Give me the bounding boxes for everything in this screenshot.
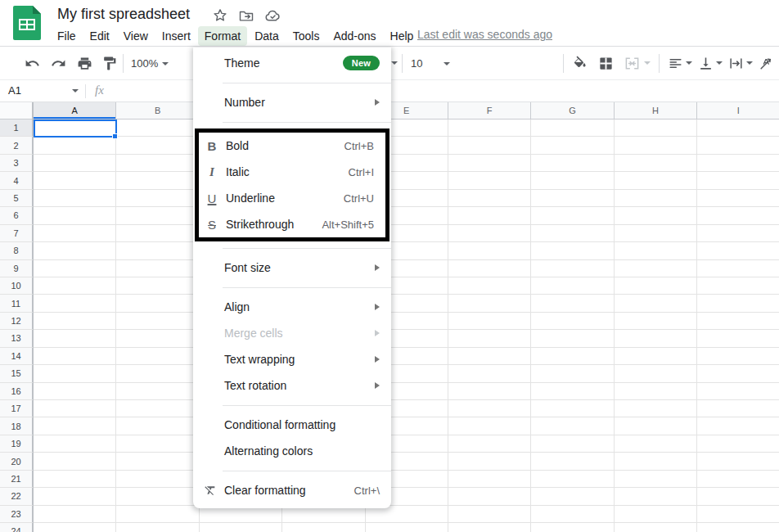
cell-h24[interactable] xyxy=(615,523,697,532)
text-wrapping-chevron-icon[interactable] xyxy=(746,61,753,65)
row-header-17[interactable]: 17 xyxy=(0,400,34,417)
row-header-9[interactable]: 9 xyxy=(0,260,34,277)
cell-b19[interactable] xyxy=(116,435,199,453)
cell-g6[interactable] xyxy=(531,207,614,224)
row-header-2[interactable]: 2 xyxy=(0,137,34,154)
cell-f17[interactable] xyxy=(448,400,531,417)
menu-item-alternating-colors[interactable]: Alternating colors xyxy=(193,438,391,464)
last-edit-status[interactable]: Last edit was seconds ago xyxy=(417,28,552,41)
row-header-24[interactable]: 24 xyxy=(0,523,34,532)
row-header-4[interactable]: 4 xyxy=(0,172,34,189)
cell-g9[interactable] xyxy=(531,260,614,277)
cell-g7[interactable] xyxy=(531,225,614,242)
row-header-22[interactable]: 22 xyxy=(0,488,34,505)
cell-b10[interactable] xyxy=(116,277,199,295)
cell-h9[interactable] xyxy=(615,260,697,277)
cell-g24[interactable] xyxy=(531,523,614,532)
cell-b23[interactable] xyxy=(116,506,199,523)
cell-f13[interactable] xyxy=(448,330,531,347)
cell-f3[interactable] xyxy=(448,155,531,172)
cell-a7[interactable] xyxy=(34,225,116,242)
cell-g10[interactable] xyxy=(531,277,614,295)
cell-b4[interactable] xyxy=(116,172,199,189)
row-header-10[interactable]: 10 xyxy=(0,277,34,295)
cell-a5[interactable] xyxy=(34,190,116,207)
cell-f18[interactable] xyxy=(448,417,531,435)
column-header-b[interactable]: B xyxy=(116,102,199,119)
menubar-item-view[interactable]: View xyxy=(117,26,155,46)
cell-g18[interactable] xyxy=(531,417,614,435)
row-header-13[interactable]: 13 xyxy=(0,330,34,347)
cell-a2[interactable] xyxy=(34,137,116,154)
paint-format-icon[interactable] xyxy=(98,53,119,74)
print-icon[interactable] xyxy=(74,53,95,74)
vertical-align-chevron-icon[interactable] xyxy=(716,61,723,65)
row-header-5[interactable]: 5 xyxy=(0,190,34,207)
cell-e24[interactable] xyxy=(366,523,448,532)
text-wrapping-icon[interactable] xyxy=(725,53,746,74)
cell-h12[interactable] xyxy=(615,313,697,330)
cell-a23[interactable] xyxy=(34,506,116,523)
cell-i22[interactable] xyxy=(697,488,779,505)
cell-f20[interactable] xyxy=(448,453,531,470)
cell-g14[interactable] xyxy=(531,348,614,365)
menu-item-strikethrough[interactable]: SStrikethroughAlt+Shift+5 xyxy=(199,211,385,237)
menu-item-font-size[interactable]: Font size xyxy=(193,255,391,281)
cell-g5[interactable] xyxy=(531,190,614,207)
cell-g15[interactable] xyxy=(531,365,614,382)
row-header-12[interactable]: 12 xyxy=(0,313,34,330)
select-all-corner[interactable] xyxy=(0,102,34,119)
cell-g2[interactable] xyxy=(531,137,614,154)
menubar-item-help[interactable]: Help xyxy=(384,26,421,46)
cell-i16[interactable] xyxy=(697,383,779,400)
cell-a3[interactable] xyxy=(34,155,116,172)
cell-f21[interactable] xyxy=(448,471,531,488)
cell-a24[interactable] xyxy=(34,523,116,532)
font-size-selector[interactable]: 10 xyxy=(404,53,457,74)
cell-i3[interactable] xyxy=(697,155,779,172)
cell-b17[interactable] xyxy=(116,400,199,417)
redo-icon[interactable] xyxy=(47,53,69,74)
cell-i6[interactable] xyxy=(697,207,779,224)
menu-item-number[interactable]: Number xyxy=(193,89,391,115)
cell-h17[interactable] xyxy=(615,400,697,417)
horizontal-align-chevron-icon[interactable] xyxy=(686,61,692,65)
cell-f12[interactable] xyxy=(448,313,531,330)
cell-i23[interactable] xyxy=(697,506,779,523)
cell-f1[interactable] xyxy=(448,119,531,137)
cell-g1[interactable] xyxy=(531,119,614,137)
cell-g3[interactable] xyxy=(531,155,614,172)
cell-h3[interactable] xyxy=(615,155,697,172)
cell-f8[interactable] xyxy=(448,242,531,259)
menu-item-underline[interactable]: UUnderlineCtrl+U xyxy=(199,185,385,211)
cell-i24[interactable] xyxy=(697,523,779,532)
cell-b21[interactable] xyxy=(116,471,199,488)
row-header-8[interactable]: 8 xyxy=(0,242,34,259)
cell-h1[interactable] xyxy=(615,119,697,137)
cell-g12[interactable] xyxy=(531,313,614,330)
cell-h20[interactable] xyxy=(615,453,697,470)
cell-g8[interactable] xyxy=(531,242,614,259)
column-header-f[interactable]: F xyxy=(448,102,531,119)
row-header-21[interactable]: 21 xyxy=(0,471,34,488)
cell-b6[interactable] xyxy=(116,207,199,224)
cell-a19[interactable] xyxy=(34,435,116,453)
cell-a6[interactable] xyxy=(34,207,116,224)
cell-i18[interactable] xyxy=(697,417,779,435)
menu-item-text-wrapping[interactable]: Text wrapping xyxy=(193,346,391,372)
cell-f22[interactable] xyxy=(448,488,531,505)
cell-g23[interactable] xyxy=(531,506,614,523)
cell-a15[interactable] xyxy=(34,365,116,382)
cell-h14[interactable] xyxy=(615,348,697,365)
page-title[interactable]: My first spreadsheet xyxy=(57,6,190,23)
row-header-7[interactable]: 7 xyxy=(0,225,34,242)
cell-g19[interactable] xyxy=(531,435,614,453)
cell-a13[interactable] xyxy=(34,330,116,347)
cell-a8[interactable] xyxy=(34,242,116,259)
cell-g16[interactable] xyxy=(531,383,614,400)
fill-color-icon[interactable] xyxy=(569,53,590,74)
cell-f15[interactable] xyxy=(448,365,531,382)
cell-a12[interactable] xyxy=(34,313,116,330)
menu-item-theme[interactable]: ThemeNew xyxy=(193,50,391,76)
cell-i21[interactable] xyxy=(697,471,779,488)
